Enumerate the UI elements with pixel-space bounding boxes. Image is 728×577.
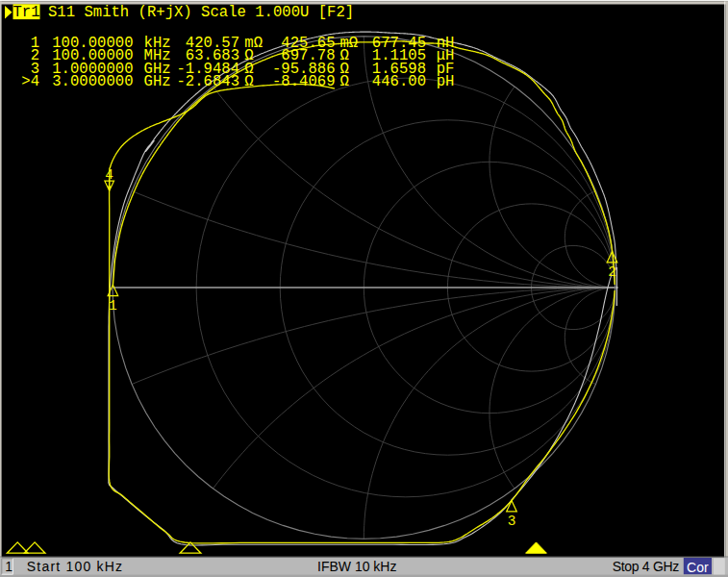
svg-text:pH: pH: [437, 73, 455, 90]
svg-text:-8.4069: -8.4069: [272, 73, 336, 90]
svg-text:-2.6843: -2.6843: [176, 73, 239, 90]
svg-text:Cor: Cor: [687, 560, 709, 575]
svg-text:446.00: 446.00: [372, 73, 426, 90]
svg-text:S11 Smith (R+jX) Scale 1.000U: S11 Smith (R+jX) Scale 1.000U [F2]: [48, 4, 354, 21]
svg-text:3.0000000: 3.0000000: [52, 73, 133, 90]
svg-text:1: 1: [109, 298, 117, 314]
svg-text:1: 1: [5, 559, 13, 574]
svg-text:Ω: Ω: [339, 73, 348, 90]
svg-text:Tr1: Tr1: [13, 4, 39, 21]
svg-text:3: 3: [508, 514, 516, 529]
svg-text:Ω: Ω: [244, 73, 253, 90]
svg-text:Stop 4 GHz: Stop 4 GHz: [613, 559, 680, 574]
svg-text:2: 2: [608, 264, 616, 280]
svg-text:GHz: GHz: [144, 73, 171, 90]
svg-text:IFBW 10 kHz: IFBW 10 kHz: [317, 559, 396, 574]
svg-text:>4: >4: [21, 73, 39, 90]
svg-text:Start 100 kHz: Start 100 kHz: [27, 559, 123, 574]
